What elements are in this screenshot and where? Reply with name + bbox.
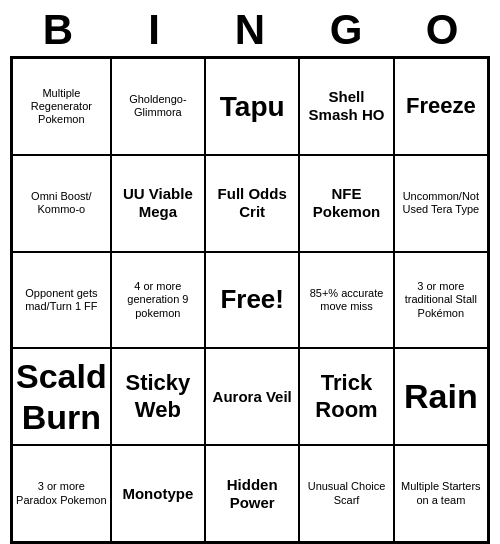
cell-text-20: 3 or more Paradox Pokemon: [16, 480, 107, 506]
bingo-cell-19: Rain: [394, 348, 488, 445]
cell-text-3: Shell Smash HO: [303, 88, 389, 124]
cell-text-19: Rain: [404, 376, 478, 417]
cell-text-22: Hidden Power: [209, 476, 295, 512]
bingo-cell-17: Aurora Veil: [205, 348, 299, 445]
bingo-cell-5: Omni Boost/ Kommo-o: [12, 155, 111, 252]
cell-text-12: Free!: [220, 284, 284, 315]
cell-text-15: Scald Burn: [16, 356, 107, 438]
cell-text-21: Monotype: [122, 485, 193, 503]
bingo-cell-2: Tapu: [205, 58, 299, 155]
cell-text-18: Trick Room: [303, 370, 389, 423]
cell-text-24: Multiple Starters on a team: [398, 480, 484, 506]
cell-text-11: 4 or more generation 9 pokemon: [115, 280, 201, 320]
cell-text-1: Gholdengo-Glimmora: [115, 93, 201, 119]
cell-text-16: Sticky Web: [115, 370, 201, 423]
bingo-cell-7: Full Odds Crit: [205, 155, 299, 252]
bingo-cell-3: Shell Smash HO: [299, 58, 393, 155]
cell-text-6: UU Viable Mega: [115, 185, 201, 221]
bingo-cell-22: Hidden Power: [205, 445, 299, 542]
cell-text-23: Unusual Choice Scarf: [303, 480, 389, 506]
bingo-cell-14: 3 or more traditional Stall Pokémon: [394, 252, 488, 349]
cell-text-4: Freeze: [406, 93, 476, 119]
letter-n: N: [206, 6, 294, 54]
bingo-cell-18: Trick Room: [299, 348, 393, 445]
cell-text-13: 85+% accurate move miss: [303, 287, 389, 313]
bingo-cell-13: 85+% accurate move miss: [299, 252, 393, 349]
cell-text-0: Multiple Regenerator Pokemon: [16, 87, 107, 127]
cell-text-14: 3 or more traditional Stall Pokémon: [398, 280, 484, 320]
bingo-cell-11: 4 or more generation 9 pokemon: [111, 252, 205, 349]
bingo-cell-0: Multiple Regenerator Pokemon: [12, 58, 111, 155]
bingo-cell-16: Sticky Web: [111, 348, 205, 445]
cell-text-5: Omni Boost/ Kommo-o: [16, 190, 107, 216]
bingo-cell-20: 3 or more Paradox Pokemon: [12, 445, 111, 542]
cell-text-17: Aurora Veil: [213, 388, 292, 406]
letter-g: G: [302, 6, 390, 54]
bingo-grid: Multiple Regenerator PokemonGholdengo-Gl…: [10, 56, 490, 544]
bingo-cell-23: Unusual Choice Scarf: [299, 445, 393, 542]
bingo-cell-21: Monotype: [111, 445, 205, 542]
letter-i: I: [110, 6, 198, 54]
bingo-cell-1: Gholdengo-Glimmora: [111, 58, 205, 155]
cell-text-10: Opponent gets mad/Turn 1 FF: [16, 287, 107, 313]
cell-text-2: Tapu: [220, 90, 285, 124]
bingo-cell-10: Opponent gets mad/Turn 1 FF: [12, 252, 111, 349]
letter-o: O: [398, 6, 486, 54]
bingo-cell-15: Scald Burn: [12, 348, 111, 445]
bingo-cell-4: Freeze: [394, 58, 488, 155]
bingo-cell-12: Free!: [205, 252, 299, 349]
letter-b: B: [14, 6, 102, 54]
cell-text-9: Uncommon/Not Used Tera Type: [398, 190, 484, 216]
cell-text-7: Full Odds Crit: [209, 185, 295, 221]
bingo-cell-9: Uncommon/Not Used Tera Type: [394, 155, 488, 252]
bingo-cell-24: Multiple Starters on a team: [394, 445, 488, 542]
bingo-title: B I N G O: [10, 0, 490, 56]
bingo-cell-6: UU Viable Mega: [111, 155, 205, 252]
bingo-cell-8: NFE Pokemon: [299, 155, 393, 252]
cell-text-8: NFE Pokemon: [303, 185, 389, 221]
